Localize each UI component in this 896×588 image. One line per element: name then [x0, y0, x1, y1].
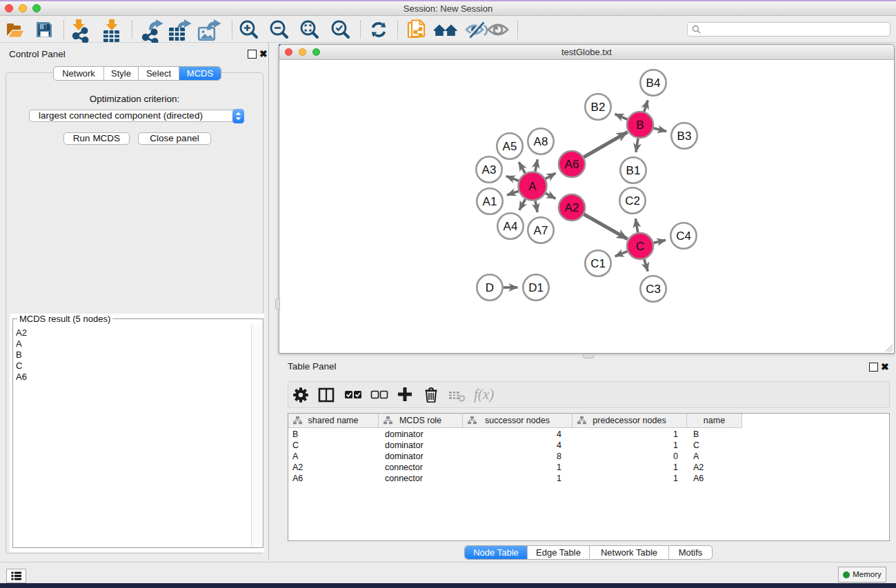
svg-text:C4: C4 — [676, 230, 691, 243]
svg-text:A3: A3 — [482, 163, 497, 176]
svg-text:A: A — [528, 180, 537, 193]
svg-text:B1: B1 — [626, 164, 641, 177]
svg-text:C: C — [636, 240, 644, 253]
svg-text:A4: A4 — [504, 220, 518, 233]
svg-text:A5: A5 — [503, 140, 517, 153]
svg-text:C1: C1 — [590, 257, 606, 270]
svg-text:A8: A8 — [534, 135, 548, 148]
svg-text:B3: B3 — [677, 130, 692, 143]
svg-text:A7: A7 — [534, 224, 548, 237]
svg-text:B: B — [636, 119, 644, 132]
svg-text:B2: B2 — [591, 101, 606, 114]
svg-text:D: D — [486, 281, 494, 294]
svg-text:B4: B4 — [646, 77, 661, 90]
svg-text:D1: D1 — [528, 281, 544, 294]
svg-text:A2: A2 — [565, 201, 579, 214]
svg-text:A6: A6 — [565, 158, 579, 171]
svg-text:C2: C2 — [625, 194, 640, 207]
svg-text:A1: A1 — [483, 195, 497, 208]
svg-text:C3: C3 — [646, 283, 661, 296]
